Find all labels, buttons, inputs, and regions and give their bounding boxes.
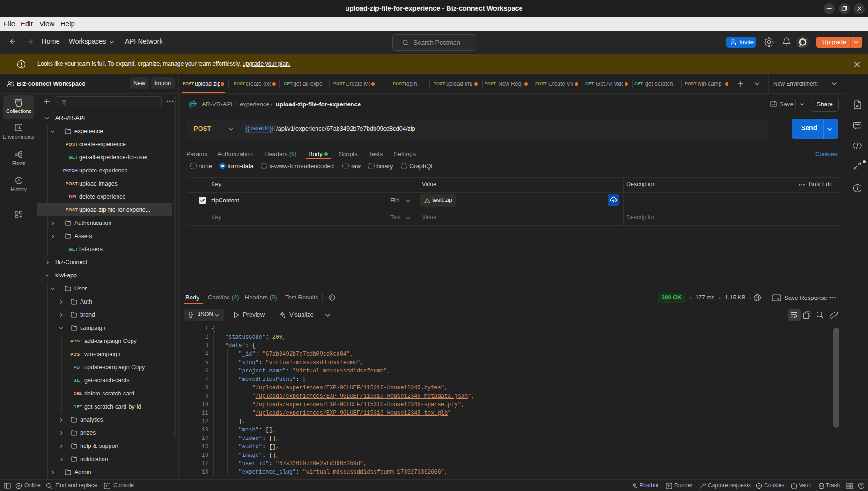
svg-text:e.g.: e.g. (774, 296, 780, 300)
svg-text:HTTP: HTTP (189, 103, 197, 106)
